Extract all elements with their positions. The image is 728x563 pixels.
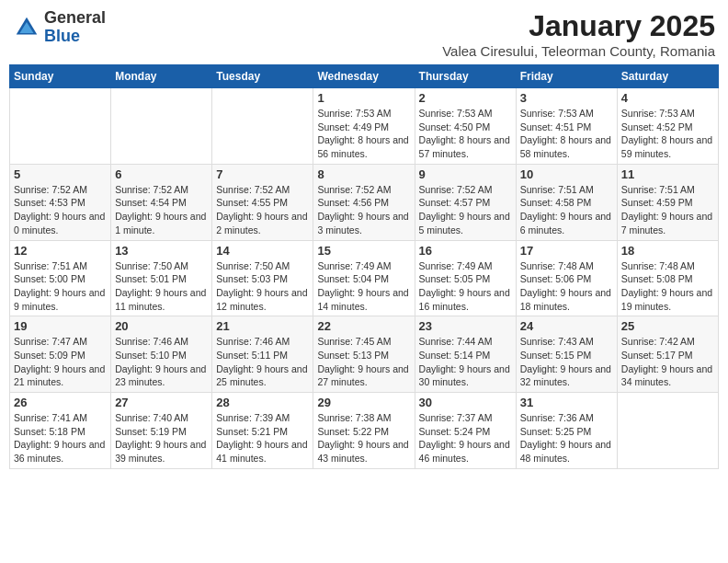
day-number: 4 <box>621 91 714 105</box>
day-number: 10 <box>520 167 613 181</box>
day-info: Sunset: 5:05 PM <box>419 272 512 286</box>
day-info: Sunset: 4:49 PM <box>317 121 410 134</box>
location-title: Valea Ciresului, Teleorman County, Roman… <box>442 43 715 59</box>
day-info: Sunset: 5:15 PM <box>520 349 613 362</box>
day-info: Sunrise: 7:49 AM <box>317 259 410 273</box>
day-info: Daylight: 9 hours and 9 minutes. <box>14 286 107 313</box>
day-info: Sunset: 4:52 PM <box>621 121 714 134</box>
calendar-cell: 17Sunrise: 7:48 AMSunset: 5:06 PMDayligh… <box>516 240 617 316</box>
day-number: 1 <box>317 91 410 105</box>
day-info: Sunset: 5:19 PM <box>115 425 208 439</box>
logo: General Blue <box>13 9 106 46</box>
day-info: Sunrise: 7:47 AM <box>14 335 107 349</box>
day-info: Sunset: 4:54 PM <box>115 196 208 210</box>
day-info: Sunset: 4:53 PM <box>14 196 107 210</box>
calendar-week-3: 12Sunrise: 7:51 AMSunset: 5:00 PMDayligh… <box>10 240 719 316</box>
day-info: Sunrise: 7:38 AM <box>317 411 410 425</box>
calendar-cell: 28Sunrise: 7:39 AMSunset: 5:21 PMDayligh… <box>212 393 313 469</box>
calendar-table: SundayMondayTuesdayWednesdayThursdayFrid… <box>9 64 719 469</box>
calendar-cell: 8Sunrise: 7:52 AMSunset: 4:56 PMDaylight… <box>313 164 415 240</box>
day-info: Sunset: 4:58 PM <box>520 196 613 210</box>
day-info: Daylight: 9 hours and 0 minutes. <box>14 210 107 236</box>
day-info: Daylight: 9 hours and 32 minutes. <box>520 362 613 389</box>
day-info: Sunrise: 7:48 AM <box>621 259 714 273</box>
calendar-cell: 30Sunrise: 7:37 AMSunset: 5:24 PMDayligh… <box>415 393 516 469</box>
calendar-cell: 10Sunrise: 7:51 AMSunset: 4:58 PMDayligh… <box>516 164 617 240</box>
logo-text: General Blue <box>44 9 106 46</box>
day-number: 19 <box>14 319 107 333</box>
day-info: Sunset: 5:14 PM <box>419 349 512 362</box>
weekday-header-sunday: Sunday <box>10 65 111 88</box>
day-info: Sunset: 4:55 PM <box>216 196 309 210</box>
calendar-cell: 12Sunrise: 7:51 AMSunset: 5:00 PMDayligh… <box>10 240 111 316</box>
day-number: 5 <box>14 167 107 181</box>
weekday-header-tuesday: Tuesday <box>212 65 313 88</box>
day-info: Daylight: 8 hours and 58 minutes. <box>520 133 613 160</box>
day-info: Sunset: 5:09 PM <box>14 349 107 362</box>
calendar-cell: 16Sunrise: 7:49 AMSunset: 5:05 PMDayligh… <box>415 240 516 316</box>
day-number: 9 <box>419 167 512 181</box>
day-info: Daylight: 9 hours and 6 minutes. <box>520 210 613 236</box>
calendar-cell: 4Sunrise: 7:53 AMSunset: 4:52 PMDaylight… <box>617 88 718 165</box>
day-info: Daylight: 9 hours and 43 minutes. <box>317 438 410 465</box>
day-info: Sunset: 5:22 PM <box>317 425 410 439</box>
calendar-cell: 25Sunrise: 7:42 AMSunset: 5:17 PMDayligh… <box>617 316 718 393</box>
calendar-cell: 11Sunrise: 7:51 AMSunset: 4:59 PMDayligh… <box>617 164 718 240</box>
calendar-week-1: 1Sunrise: 7:53 AMSunset: 4:49 PMDaylight… <box>10 88 719 165</box>
day-info: Sunset: 5:13 PM <box>317 349 410 362</box>
day-number: 23 <box>419 319 512 333</box>
day-number: 22 <box>317 319 410 333</box>
calendar-cell: 29Sunrise: 7:38 AMSunset: 5:22 PMDayligh… <box>313 393 415 469</box>
day-info: Daylight: 9 hours and 23 minutes. <box>115 362 208 389</box>
day-info: Daylight: 9 hours and 21 minutes. <box>14 362 107 389</box>
day-number: 3 <box>520 91 613 105</box>
day-number: 15 <box>317 244 410 258</box>
logo-icon <box>13 14 40 41</box>
calendar-header-row: SundayMondayTuesdayWednesdayThursdayFrid… <box>10 65 719 88</box>
day-info: Sunrise: 7:39 AM <box>216 411 309 425</box>
day-info: Daylight: 9 hours and 19 minutes. <box>621 286 714 313</box>
day-info: Sunset: 4:57 PM <box>419 196 512 210</box>
calendar-cell: 27Sunrise: 7:40 AMSunset: 5:19 PMDayligh… <box>111 393 212 469</box>
calendar-cell: 7Sunrise: 7:52 AMSunset: 4:55 PMDaylight… <box>212 164 313 240</box>
day-info: Sunrise: 7:52 AM <box>216 183 309 197</box>
calendar-week-2: 5Sunrise: 7:52 AMSunset: 4:53 PMDaylight… <box>10 164 719 240</box>
day-info: Sunset: 4:51 PM <box>520 121 613 134</box>
calendar-cell: 26Sunrise: 7:41 AMSunset: 5:18 PMDayligh… <box>10 393 111 469</box>
day-info: Sunrise: 7:53 AM <box>317 107 410 121</box>
day-info: Sunset: 5:11 PM <box>216 349 309 362</box>
day-number: 16 <box>419 244 512 258</box>
day-number: 11 <box>621 167 714 181</box>
day-info: Sunrise: 7:46 AM <box>115 335 208 349</box>
day-info: Sunrise: 7:37 AM <box>419 411 512 425</box>
day-info: Sunrise: 7:50 AM <box>115 259 208 273</box>
day-info: Sunrise: 7:42 AM <box>621 335 714 349</box>
day-number: 25 <box>621 319 714 333</box>
day-info: Daylight: 9 hours and 11 minutes. <box>115 286 208 313</box>
day-number: 20 <box>115 319 208 333</box>
day-number: 24 <box>520 319 613 333</box>
day-info: Sunrise: 7:43 AM <box>520 335 613 349</box>
day-info: Sunset: 5:21 PM <box>216 425 309 439</box>
day-info: Daylight: 9 hours and 27 minutes. <box>317 362 410 389</box>
day-info: Daylight: 8 hours and 56 minutes. <box>317 133 410 160</box>
day-info: Sunrise: 7:41 AM <box>14 411 107 425</box>
day-info: Sunset: 5:10 PM <box>115 349 208 362</box>
day-info: Sunset: 5:03 PM <box>216 272 309 286</box>
day-info: Sunrise: 7:51 AM <box>14 259 107 273</box>
day-info: Sunset: 4:56 PM <box>317 196 410 210</box>
day-info: Daylight: 9 hours and 46 minutes. <box>419 438 512 465</box>
day-info: Sunrise: 7:45 AM <box>317 335 410 349</box>
day-number: 18 <box>621 244 714 258</box>
day-info: Sunrise: 7:52 AM <box>14 183 107 197</box>
calendar-cell <box>10 88 111 165</box>
calendar-cell: 2Sunrise: 7:53 AMSunset: 4:50 PMDaylight… <box>415 88 516 165</box>
day-info: Sunrise: 7:53 AM <box>621 107 714 121</box>
day-info: Sunrise: 7:44 AM <box>419 335 512 349</box>
day-info: Sunrise: 7:36 AM <box>520 411 613 425</box>
day-info: Sunrise: 7:40 AM <box>115 411 208 425</box>
day-info: Daylight: 9 hours and 12 minutes. <box>216 286 309 313</box>
month-title: January 2025 <box>442 9 715 43</box>
day-info: Sunset: 5:24 PM <box>419 425 512 439</box>
day-number: 26 <box>14 396 107 409</box>
